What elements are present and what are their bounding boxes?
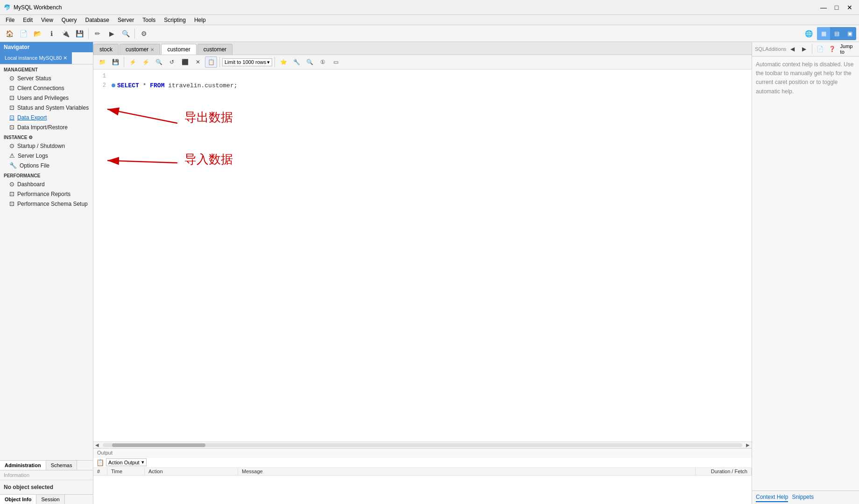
sql-star-btn[interactable]: ⭐	[277, 56, 289, 68]
sidebar-item-status-variables[interactable]: ⊡ Status and System Variables	[0, 103, 93, 112]
menu-scripting[interactable]: Scripting	[160, 16, 190, 24]
tab-stock[interactable]: stock	[93, 44, 119, 55]
sql-magnify-btn[interactable]: 🔍	[303, 56, 316, 68]
horizontal-scrollbar[interactable]: ◀ ▶	[93, 441, 752, 448]
sidebar-bottom-tab-object-info[interactable]: Object Info	[0, 495, 36, 504]
layout-btn-3[interactable]: ▣	[843, 27, 856, 40]
sql-run-sel-btn[interactable]: ⚡	[140, 56, 152, 68]
minimize-button[interactable]: —	[818, 2, 829, 13]
action-output-chevron[interactable]: ▾	[141, 459, 144, 465]
limit-select[interactable]: Limit to 1000 rows ▾	[222, 58, 272, 66]
toolbar-edit[interactable]: ✏	[91, 27, 104, 40]
toolbar-global[interactable]: 🌐	[802, 27, 815, 40]
right-help-btn[interactable]: ❓	[826, 43, 837, 55]
toolbar-new-query[interactable]: 📄	[17, 27, 30, 40]
sidebar-item-server-status[interactable]: ⊙ Server Status	[0, 73, 93, 83]
scroll-right-arrow[interactable]: ▶	[746, 442, 750, 448]
toolbar-sep2	[134, 28, 135, 39]
data-export-icon: ⊡	[9, 114, 14, 121]
toolbar-save[interactable]: 💾	[73, 27, 86, 40]
server-logs-icon: ⚠	[9, 152, 15, 159]
tab-customer-2[interactable]: customer	[161, 44, 196, 55]
menu-tools[interactable]: Tools	[139, 16, 159, 24]
main-layout: Navigator Local instance MySQL80 ✕ MANAG…	[0, 42, 859, 504]
menu-query[interactable]: Query	[58, 16, 81, 24]
sidebar-item-performance-schema[interactable]: ⊡ Performance Schema Setup	[0, 199, 93, 209]
sql-editor[interactable]: 1 2 SELECT * FROM itravelin.customer;	[93, 70, 752, 441]
toolbar-info[interactable]: ℹ	[45, 27, 58, 40]
toolbar-open[interactable]: 📂	[31, 27, 44, 40]
maximize-button[interactable]: □	[831, 2, 842, 13]
context-help-tab[interactable]: Context Help	[756, 493, 788, 502]
close-button[interactable]: ✕	[844, 2, 855, 13]
toolbar-settings[interactable]: ⚙	[137, 27, 150, 40]
tab-customer-1[interactable]: customer ✕	[120, 44, 160, 55]
right-prev-btn[interactable]: ◀	[787, 43, 798, 55]
sql-toolbar: 📁 💾 ⚡ ⚡ 🔍 ↺ ⬛ ✕ 📋 Limit to 1000 rows ▾ ⭐…	[93, 55, 752, 70]
scrollbar-track[interactable]	[103, 443, 742, 447]
sql-num-btn[interactable]: ①	[317, 56, 329, 68]
menu-help[interactable]: Help	[190, 16, 210, 24]
sql-line-2: 2 SELECT * FROM itravelin.customer;	[93, 81, 752, 90]
sql-wrench-btn[interactable]: 🔧	[290, 56, 303, 68]
sql-toggle-btn[interactable]: 📋	[205, 56, 217, 68]
sidebar-tab-administration[interactable]: Administration	[0, 461, 46, 470]
sidebar-item-data-import[interactable]: ⊡ Data Import/Restore	[0, 122, 93, 132]
menu-edit[interactable]: Edit	[19, 16, 36, 24]
sql-grid-btn[interactable]: ▭	[330, 56, 342, 68]
sql-keyword-from: FROM	[150, 82, 164, 89]
menu-server[interactable]: Server	[114, 16, 138, 24]
sidebar-tab-schemas[interactable]: Schemas	[46, 461, 77, 470]
sql-rollback-btn[interactable]: ✕	[192, 56, 204, 68]
instance-section-title: INSTANCE ⚙	[0, 132, 93, 141]
navigator-header: Navigator	[0, 42, 93, 52]
tab-row: Local instance MySQL80 ✕	[0, 52, 93, 64]
col-time: Time	[107, 468, 145, 475]
sidebar-item-server-logs[interactable]: ⚠ Server Logs	[0, 151, 93, 161]
right-icon-btn[interactable]: 📄	[815, 43, 825, 55]
action-output-select[interactable]: Action Output ▾	[106, 458, 147, 466]
sidebar-item-performance-reports[interactable]: ⊡ Performance Reports	[0, 189, 93, 199]
limit-chevron[interactable]: ▾	[267, 59, 270, 65]
layout-toggle[interactable]: ▦ ▤ ▣	[817, 27, 856, 40]
scrollbar-thumb[interactable]	[112, 443, 205, 447]
sidebar-item-dashboard[interactable]: ⊙ Dashboard	[0, 179, 93, 189]
menu-database[interactable]: Database	[82, 16, 113, 24]
tab-customer-1-close[interactable]: ✕	[150, 47, 154, 52]
sql-line-1: 1	[93, 71, 752, 81]
sidebar-item-data-export[interactable]: ⊡ Data Export	[0, 112, 93, 122]
menu-file[interactable]: File	[2, 16, 18, 24]
sidebar-bottom-tab-session[interactable]: Session	[36, 495, 64, 504]
sql-commit-btn[interactable]: ⬛	[179, 56, 191, 68]
right-next-btn[interactable]: ▶	[799, 43, 810, 55]
toolbar-home[interactable]: 🏠	[3, 27, 16, 40]
snippets-tab[interactable]: Snippets	[792, 493, 814, 502]
sql-explain-btn[interactable]: 🔍	[153, 56, 165, 68]
sidebar-item-users-privileges[interactable]: ⊡ Users and Privileges	[0, 93, 93, 103]
performance-section-title: PERFORMANCE	[0, 170, 93, 179]
right-panel-bottom-tabs: Context Help Snippets	[752, 490, 859, 504]
sidebar-item-startup-shutdown[interactable]: ⊙ Startup / Shutdown	[0, 141, 93, 151]
sql-save-btn[interactable]: 💾	[109, 56, 121, 68]
toolbar-connections[interactable]: 🔌	[59, 27, 72, 40]
sidebar-item-client-connections[interactable]: ⊡ Client Connections	[0, 83, 93, 93]
layout-btn-2[interactable]: ▤	[830, 27, 843, 40]
layout-btn-1[interactable]: ▦	[817, 27, 830, 40]
output-icon: 📋	[96, 459, 104, 466]
menu-view[interactable]: View	[37, 16, 57, 24]
instance-tab[interactable]: Local instance MySQL80 ✕	[0, 52, 72, 64]
sql-run-btn[interactable]: ⚡	[127, 56, 139, 68]
toolbar-search[interactable]: 🔍	[119, 27, 132, 40]
sql-stop-btn[interactable]: ↺	[166, 56, 178, 68]
tab-customer-3[interactable]: customer	[197, 44, 232, 55]
no-object-selected: No object selected	[0, 480, 93, 494]
app-title: MySQL Workbench	[14, 4, 62, 11]
toolbar-right: 🌐 ▦ ▤ ▣	[802, 27, 856, 40]
management-section-title: MANAGEMENT	[0, 64, 93, 73]
sidebar-item-options-file[interactable]: 🔧 Options File	[0, 161, 93, 170]
scroll-left-arrow[interactable]: ◀	[95, 442, 99, 448]
sql-open-btn[interactable]: 📁	[96, 56, 108, 68]
status-variables-icon: ⊡	[9, 104, 14, 111]
client-connections-icon: ⊡	[9, 84, 14, 91]
toolbar-run[interactable]: ▶	[105, 27, 118, 40]
